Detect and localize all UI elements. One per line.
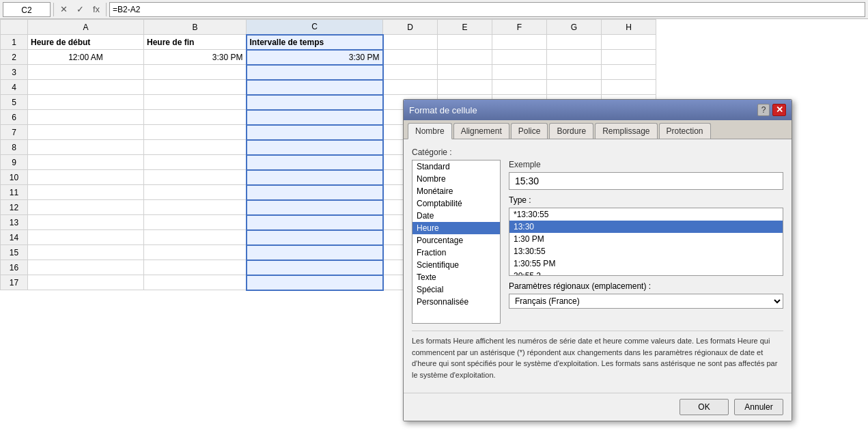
example-box: 15:30	[509, 172, 783, 190]
tab-alignement[interactable]: Alignement	[453, 123, 509, 139]
example-label: Exemple	[509, 160, 783, 169]
type-list[interactable]: *13:30:55 13:30 1:30 PM 13:30:55 1:30:55…	[509, 208, 783, 276]
cat-standard[interactable]: Standard	[412, 160, 500, 173]
cell-b1[interactable]: Heure de fin	[144, 35, 247, 50]
dialog-titlebar: Format de cellule ? ✕	[404, 100, 792, 120]
cell-d1[interactable]	[383, 35, 438, 50]
dialog-title: Format de cellule	[409, 105, 477, 115]
col-header-d[interactable]: D	[383, 20, 438, 35]
tab-police[interactable]: Police	[511, 123, 548, 139]
cell-e1[interactable]	[438, 35, 492, 50]
col-header-h[interactable]: H	[602, 20, 656, 35]
row-header-9: 9	[1, 155, 28, 170]
tab-nombre[interactable]: Nombre	[408, 123, 452, 139]
confirm-icon[interactable]: ✓	[73, 4, 87, 14]
cell-a1[interactable]: Heure de début	[28, 35, 144, 50]
example-value: 15:30	[515, 176, 539, 186]
row-header-16: 16	[1, 260, 28, 275]
cat-comptabilite[interactable]: Comptabilité	[412, 197, 500, 210]
cell-reference-box[interactable]: C2	[3, 2, 51, 17]
cat-date[interactable]: Date	[412, 210, 500, 222]
cat-special[interactable]: Spécial	[412, 283, 500, 296]
type-item-1[interactable]: 13:30	[509, 221, 783, 233]
row-header-8: 8	[1, 140, 28, 155]
cancel-icon[interactable]: ✕	[57, 4, 70, 14]
cell-g1[interactable]	[547, 35, 602, 50]
row-header-12: 12	[1, 200, 28, 215]
cell-e2[interactable]	[438, 50, 492, 65]
function-icon[interactable]: fx	[89, 4, 103, 14]
dialog-main-row: Standard Nombre Monétaire Comptabilité D…	[412, 160, 783, 324]
cancel-button[interactable]: Annuler	[734, 399, 783, 415]
dialog-footer: OK Annuler	[404, 393, 792, 421]
formula-bar-separator2	[106, 3, 107, 16]
cat-pourcentage[interactable]: Pourcentage	[412, 234, 500, 247]
cell-f2[interactable]	[492, 50, 547, 65]
row-header-3: 3	[1, 65, 28, 80]
row-header-10: 10	[1, 170, 28, 185]
row-header-13: 13	[1, 215, 28, 230]
cat-heure[interactable]: Heure	[412, 222, 500, 234]
formula-input[interactable]	[109, 2, 865, 17]
cell-h2[interactable]	[602, 50, 656, 65]
tab-remplissage[interactable]: Remplissage	[595, 123, 657, 139]
row-header-5: 5	[1, 95, 28, 110]
table-row: 1 Heure de début Heure de fin Intervalle…	[1, 35, 656, 50]
cat-nombre[interactable]: Nombre	[412, 173, 500, 185]
formula-bar: C2 ✕ ✓ fx	[0, 0, 868, 19]
table-row: 3	[1, 65, 656, 80]
ok-button[interactable]: OK	[680, 399, 729, 415]
row-header-17: 17	[1, 275, 28, 290]
cell-a3[interactable]	[28, 65, 144, 80]
cell-c2[interactable]: 3:30 PM	[247, 50, 383, 65]
right-panel: Exemple 15:30 Type : *13:30:55 13:30 1:3…	[509, 160, 783, 324]
dialog-tabs: Nombre Alignement Police Bordure Remplis…	[404, 120, 792, 139]
tab-bordure[interactable]: Bordure	[549, 123, 593, 139]
cat-scientifique[interactable]: Scientifique	[412, 259, 500, 271]
cat-monetaire[interactable]: Monétaire	[412, 185, 500, 197]
locale-select[interactable]: Français (France)	[509, 294, 783, 309]
col-header-g[interactable]: G	[547, 20, 602, 35]
col-header-c[interactable]: C	[247, 20, 383, 35]
col-header-a[interactable]: A	[28, 20, 144, 35]
cat-texte[interactable]: Texte	[412, 271, 500, 283]
type-label: Type :	[509, 195, 783, 205]
cell-a2[interactable]: 12:00 AM	[28, 50, 144, 65]
row-header-2: 2	[1, 50, 28, 65]
cell-d2[interactable]	[383, 50, 438, 65]
type-item-3[interactable]: 13:30:55	[509, 245, 783, 257]
tab-protection[interactable]: Protection	[659, 123, 711, 139]
category-label: Catégorie :	[412, 148, 783, 157]
locale-label: Paramètres régionaux (emplacement) :	[509, 281, 783, 291]
table-row: 2 12:00 AM 3:30 PM 3:30 PM	[1, 50, 656, 65]
dialog-body: Catégorie : Standard Nombre Monétaire Co…	[404, 139, 792, 393]
cell-b2[interactable]: 3:30 PM	[144, 50, 247, 65]
spreadsheet-container: C2 ✕ ✓ fx A B C D E F G H	[0, 0, 868, 448]
cell-c1[interactable]: Intervalle de temps	[247, 35, 383, 50]
categories-list[interactable]: Standard Nombre Monétaire Comptabilité D…	[412, 160, 501, 324]
dialog-help-button[interactable]: ?	[757, 104, 770, 116]
row-header-1: 1	[1, 35, 28, 50]
corner-header	[1, 20, 28, 35]
cat-fraction[interactable]: Fraction	[412, 247, 500, 259]
description-text: Les formats Heure affichent les numéros …	[412, 331, 783, 384]
dialog-close-button[interactable]: ✕	[772, 104, 786, 116]
type-item-0[interactable]: *13:30:55	[509, 208, 783, 221]
row-header-15: 15	[1, 245, 28, 260]
categories-section: Standard Nombre Monétaire Comptabilité D…	[412, 160, 501, 324]
row-header-14: 14	[1, 230, 28, 245]
formula-bar-separator	[53, 3, 54, 16]
cat-personnalisee[interactable]: Personnalisée	[412, 296, 500, 308]
cell-f1[interactable]	[492, 35, 547, 50]
type-item-2[interactable]: 1:30 PM	[509, 233, 783, 245]
type-list-container: *13:30:55 13:30 1:30 PM 13:30:55 1:30:55…	[509, 208, 783, 276]
type-item-5[interactable]: 30:55.2	[509, 270, 783, 276]
cell-h1[interactable]	[602, 35, 656, 50]
dialog-controls: ? ✕	[757, 104, 786, 116]
table-row: 4	[1, 80, 656, 95]
col-header-f[interactable]: F	[492, 20, 547, 35]
type-item-4[interactable]: 1:30:55 PM	[509, 257, 783, 270]
cell-g2[interactable]	[547, 50, 602, 65]
col-header-e[interactable]: E	[438, 20, 492, 35]
col-header-b[interactable]: B	[144, 20, 247, 35]
